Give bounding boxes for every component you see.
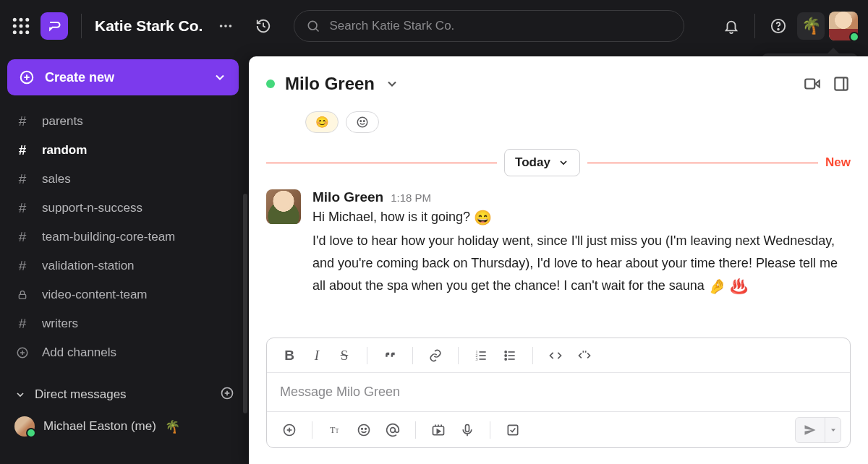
message-author[interactable]: Milo Green — [312, 189, 383, 205]
new-messages-label: New — [825, 155, 851, 170]
hash-icon: # — [14, 142, 30, 158]
svg-line-13 — [316, 29, 319, 32]
svg-point-55 — [391, 427, 396, 432]
channel-video-content-team[interactable]: video-content-team — [4, 280, 244, 309]
ordered-list-button[interactable]: 123 — [467, 343, 495, 369]
chat-title[interactable]: Milo Green — [285, 74, 375, 94]
svg-point-12 — [309, 21, 318, 30]
code-block-button[interactable] — [571, 343, 598, 369]
channel-label: sales — [42, 172, 71, 186]
reaction-pill[interactable]: 😊 — [305, 111, 339, 133]
user-avatar[interactable] — [829, 12, 858, 40]
svg-marker-27 — [815, 81, 819, 87]
svg-point-7 — [20, 30, 23, 34]
date-chip[interactable]: Today — [504, 149, 580, 176]
channel-label: writers — [42, 317, 78, 331]
dm-michael-easton[interactable]: Michael Easton (me) 🌴 — [4, 411, 244, 442]
channel-support-n-success[interactable]: #support-n-success — [4, 194, 244, 223]
svg-rect-28 — [835, 77, 847, 90]
unordered-list-button[interactable] — [496, 343, 524, 369]
hash-icon: # — [14, 316, 30, 332]
workspace-more-icon[interactable] — [211, 12, 240, 40]
send-button[interactable] — [795, 417, 841, 443]
mention-button[interactable] — [379, 417, 407, 443]
svg-point-32 — [364, 121, 365, 122]
divider — [754, 14, 755, 38]
app-logo[interactable] — [41, 12, 68, 40]
dm-status-emoji: 🌴 — [165, 419, 180, 434]
add-channels-button[interactable]: Add channels — [4, 338, 244, 367]
chevron-down-icon — [558, 157, 569, 168]
emoji-button[interactable] — [350, 417, 378, 443]
channel-label: team-building-core-team — [42, 230, 175, 244]
dm-avatar — [14, 416, 35, 437]
svg-point-53 — [362, 428, 363, 429]
add-reaction-button[interactable] — [346, 111, 379, 133]
svg-point-0 — [13, 18, 17, 22]
search-field[interactable] — [294, 10, 684, 42]
reaction-bar: 😊 — [266, 111, 851, 133]
plus-circle-icon — [19, 69, 35, 85]
divider-line — [266, 163, 497, 163]
lock-icon — [14, 289, 30, 301]
svg-point-44 — [505, 358, 506, 359]
svg-point-1 — [20, 18, 23, 22]
bold-button[interactable]: B — [276, 343, 303, 369]
chat-header: Milo Green — [249, 56, 868, 111]
add-dm-button[interactable] — [220, 386, 234, 404]
italic-button[interactable]: I — [303, 343, 331, 369]
svg-rect-61 — [466, 424, 469, 431]
strikethrough-button[interactable]: S — [331, 343, 358, 369]
svg-point-43 — [505, 354, 506, 356]
audio-clip-button[interactable] — [454, 417, 481, 443]
svg-text:T: T — [330, 426, 335, 435]
create-new-button[interactable]: Create new — [7, 59, 239, 95]
svg-marker-60 — [437, 429, 440, 433]
notifications-icon[interactable] — [717, 12, 746, 40]
link-button[interactable] — [422, 343, 449, 369]
search-input[interactable] — [329, 19, 672, 33]
quote-button[interactable] — [376, 343, 404, 369]
channel-parents[interactable]: #parents — [4, 107, 244, 136]
shortcuts-button[interactable] — [499, 417, 527, 443]
channel-label: support-n-success — [42, 201, 142, 215]
attach-button[interactable] — [276, 417, 303, 443]
svg-point-9 — [220, 25, 223, 27]
message-avatar[interactable] — [266, 189, 301, 224]
chat-details-icon[interactable] — [832, 74, 851, 93]
direct-messages-header[interactable]: Direct messages — [4, 379, 244, 411]
svg-point-6 — [13, 30, 17, 34]
channel-validation-station[interactable]: #validation-station — [4, 252, 244, 280]
message-composer: B I S 123 Message Milo Green TT — [266, 338, 851, 448]
channel-team-building-core-team[interactable]: #team-building-core-team — [4, 223, 244, 252]
help-icon[interactable] — [764, 12, 793, 40]
channel-random[interactable]: #random — [4, 136, 244, 165]
svg-rect-63 — [508, 425, 517, 434]
channel-writers[interactable]: #writers — [4, 309, 244, 338]
code-button[interactable] — [542, 343, 569, 369]
svg-point-11 — [229, 25, 232, 27]
dm-label: Michael Easton (me) — [43, 419, 156, 434]
apps-grid-icon[interactable] — [10, 15, 32, 37]
sidebar-scrollbar[interactable] — [243, 194, 247, 413]
send-options-caret[interactable] — [825, 418, 841, 442]
hash-icon: # — [14, 200, 30, 216]
channel-label: validation-station — [42, 259, 135, 273]
channel-sales[interactable]: #sales — [4, 165, 244, 194]
formatting-toggle[interactable]: TT — [321, 417, 349, 443]
emoji: 😄 — [474, 210, 492, 225]
video-call-icon[interactable] — [803, 74, 822, 93]
svg-point-4 — [20, 25, 23, 28]
chevron-down-icon[interactable] — [385, 77, 399, 91]
date-chip-label: Today — [515, 155, 550, 170]
toolbar-separator — [458, 347, 459, 364]
composer-input[interactable]: Message Milo Green — [267, 373, 850, 411]
history-icon[interactable] — [249, 12, 278, 40]
workspace-name[interactable]: Katie Stark Co. — [95, 17, 203, 35]
topbar-right: 🌴 — [717, 12, 858, 40]
video-clip-button[interactable] — [425, 417, 452, 443]
svg-point-54 — [365, 428, 367, 429]
emoji: ♨️ — [730, 278, 748, 294]
channel-label: video-content-team — [42, 288, 148, 302]
status-emoji-button[interactable]: 🌴 — [797, 12, 825, 40]
